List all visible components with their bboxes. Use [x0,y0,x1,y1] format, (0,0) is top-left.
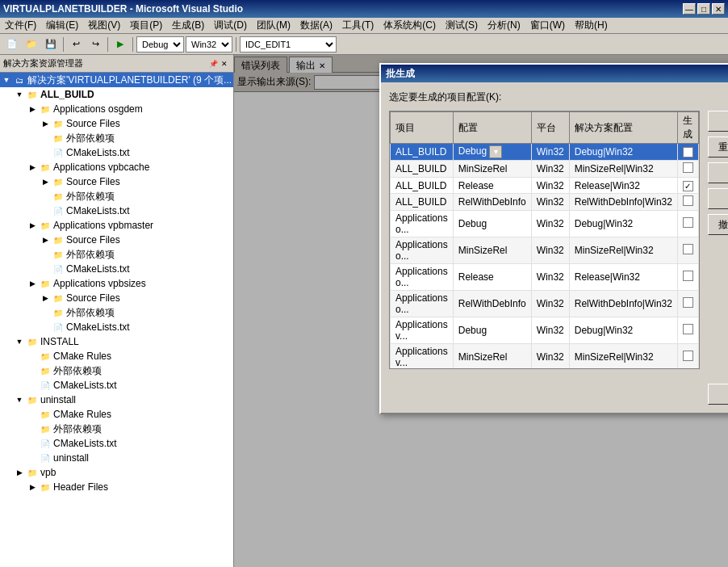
tree-item[interactable]: ▶📁Source Files [0,116,233,131]
cell-build-checkbox[interactable] [677,264,698,291]
build-checkbox[interactable] [683,297,693,308]
tree-item[interactable]: ▶📁vpb [0,465,233,480]
cell-build-checkbox[interactable] [677,194,698,211]
build-checkbox[interactable] [683,324,693,334]
table-row[interactable]: Applications v... Debug Win32 Debug|Win3… [391,317,699,344]
tree-item[interactable]: ▶📁Applications vpbcache [0,160,233,174]
menu-edit[interactable]: 编辑(E) [41,17,83,34]
tree-item[interactable]: 📁外部依赖项 [0,422,233,436]
panel-pin-button[interactable]: 📌 [207,58,219,69]
cell-build-checkbox[interactable] [677,317,698,344]
deselect-all-button[interactable]: 撤消全选(D) [708,214,728,235]
tree-item[interactable]: ▶📁Source Files [0,233,233,247]
tree-item[interactable]: ▶📁Applications vpbmaster [0,218,233,233]
cell-build-checkbox[interactable] [677,144,698,161]
tree-item[interactable]: 📄CMakeLists.txt [0,145,233,160]
minimize-button[interactable]: — [683,3,696,15]
tree-item[interactable]: 📁CMake Rules [0,407,233,422]
tree-item[interactable]: 📄CMakeLists.txt [0,204,233,218]
tree-item[interactable]: 📁CMake Rules [0,349,233,363]
menu-analyze[interactable]: 分析(N) [483,17,525,34]
table-row[interactable]: Applications o... MinSizeRel Win32 MinSi… [391,237,699,264]
build-checkbox[interactable] [683,181,693,191]
tree-item[interactable]: ▶📁Applications osgdem [0,102,233,116]
table-row[interactable]: ALL_BUILD Release Win32 Release|Win32 [391,178,699,194]
menu-file[interactable]: 文件(F) [0,17,41,34]
tree-item[interactable]: ▼📁uninstall [0,393,233,407]
cell-build-checkbox[interactable] [677,161,698,178]
toolbar-open[interactable]: 📁 [23,36,40,52]
tree-item[interactable]: ▼🗂解决方案'VIRTUALPLANETBUILDER' (9 个项... [0,73,233,87]
menu-build[interactable]: 生成(B) [167,17,209,34]
menu-test[interactable]: 测试(S) [441,17,483,34]
rebuild-button[interactable]: 重新生成(R) [708,136,728,158]
table-row[interactable]: ALL_BUILD RelWithDebInfo Win32 RelWithDe… [391,194,699,211]
toolbar-new[interactable]: 📄 [3,36,21,52]
tree-item[interactable]: ▶📁Source Files [0,291,233,305]
tree-item[interactable]: 📁外部依赖项 [0,189,233,204]
cell-project: ALL_BUILD [391,144,454,161]
table-row[interactable]: Applications o... Debug Win32 Debug|Win3… [391,211,699,237]
tree-item[interactable]: 📄CMakeLists.txt [0,262,233,276]
tree-item[interactable]: ▶📁Source Files [0,174,233,189]
menu-help[interactable]: 帮助(H) [570,17,613,34]
build-checkbox[interactable] [683,195,693,206]
menu-debug[interactable]: 调试(D) [209,17,252,34]
cell-build-checkbox[interactable] [677,291,698,317]
toolbar-play[interactable]: ▶ [111,36,129,52]
debug-config-combo[interactable]: Debug [136,36,184,52]
dialog-close-btn[interactable]: 关闭 [708,384,728,405]
tree-node-icon: 📁 [26,335,39,348]
toolbar-undo[interactable]: ↩ [67,36,85,52]
tree-item[interactable]: 📄CMakeLists.txt [0,320,233,334]
dropdown-arrow-icon[interactable]: ▼ [489,145,502,158]
build-checkbox[interactable] [683,351,693,361]
table-row[interactable]: Applications o... Release Win32 Release|… [391,264,699,291]
build-button[interactable]: 生成(B) [708,111,728,132]
clean-button[interactable]: 清理(C) [708,162,728,183]
tree-item[interactable]: ▼📁INSTALL [0,334,233,349]
menu-arch[interactable]: 体系统构(C) [379,17,441,34]
cell-build-checkbox[interactable] [677,344,698,370]
tree-item[interactable]: 📁外部依赖项 [0,247,233,262]
build-checkbox[interactable] [683,217,693,228]
toolbar-redo[interactable]: ↪ [86,36,104,52]
select-all-button[interactable]: 全选(S) [708,188,728,209]
platform-combo[interactable]: Win32 [186,36,232,52]
table-row[interactable]: Applications v... MinSizeRel Win32 MinSi… [391,344,699,370]
menu-data[interactable]: 数据(A) [295,17,337,34]
table-row[interactable]: Applications o... RelWithDebInfo Win32 R… [391,291,699,317]
cell-build-checkbox[interactable] [677,211,698,237]
panel-close-button[interactable]: ✕ [219,58,230,69]
tree-item[interactable]: 📄uninstall [0,451,233,465]
table-row[interactable]: ALL_BUILD MinSizeRel Win32 MinSizeRel|Wi… [391,161,699,178]
menu-window[interactable]: 窗口(W) [525,17,570,34]
build-checkbox[interactable] [683,244,693,254]
tree-node-icon: 📄 [52,262,65,275]
tree-item[interactable]: 📁外部依赖项 [0,363,233,378]
cell-build-checkbox[interactable] [677,237,698,264]
cell-platform: Win32 [531,194,569,211]
tree-item[interactable]: 📄CMakeLists.txt [0,436,233,451]
close-button[interactable]: ✕ [712,3,725,15]
tree-item[interactable]: 📁外部依赖项 [0,131,233,145]
menu-team[interactable]: 团队(M) [252,17,295,34]
tree-item[interactable]: ▶📁Header Files [0,480,233,494]
solution-tree[interactable]: ▼🗂解决方案'VIRTUALPLANETBUILDER' (9 个项...▼📁A… [0,73,233,567]
toolbar-save[interactable]: 💾 [42,36,60,52]
build-checkbox[interactable] [683,162,693,173]
tree-arrow-icon: ▶ [39,233,52,247]
menu-view[interactable]: 视图(V) [83,17,125,34]
table-row[interactable]: ALL_BUILD Debug ▼ Win32 Debug|Win32 [391,144,699,161]
menu-tools[interactable]: 工具(T) [337,17,379,34]
item-combo[interactable]: IDC_EDIT1 [240,36,337,52]
tree-item[interactable]: 📄CMakeLists.txt [0,378,233,393]
build-checkbox[interactable] [683,271,693,281]
tree-item[interactable]: ▶📁Applications vpbsizes [0,276,233,291]
tree-item[interactable]: ▼📁ALL_BUILD [0,87,233,102]
cell-build-checkbox[interactable] [677,178,698,194]
tree-item[interactable]: 📁外部依赖项 [0,305,233,320]
build-checkbox[interactable] [683,147,693,158]
menu-project[interactable]: 项目(P) [125,17,167,34]
maximize-button[interactable]: □ [697,3,710,15]
